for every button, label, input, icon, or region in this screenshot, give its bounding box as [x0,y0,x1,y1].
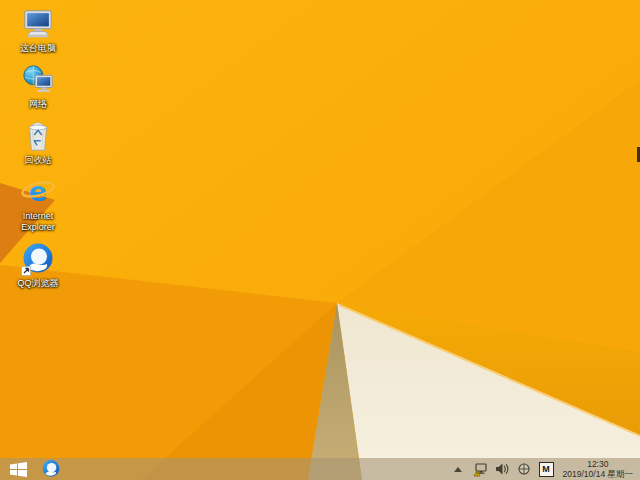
show-hidden-icons-button[interactable] [451,461,466,477]
desktop-icon-label: Internet Explorer [6,211,70,233]
desktop-icon-label: 网络 [29,99,47,110]
desktop-icon-qq-browser[interactable]: QQ浏览器 [2,239,74,293]
network-icon [20,62,56,98]
windows-logo-icon [10,462,27,477]
this-pc-icon [20,6,56,42]
ime-indicator[interactable]: M [539,462,554,477]
clock-date: 2019/10/14 星期一 [563,469,633,479]
desktop-icon-network[interactable]: 网络 [2,60,74,114]
volume-tray-icon[interactable] [495,461,510,477]
desktop-icon-this-pc[interactable]: 这台电脑 [2,4,74,58]
desktop-icon-label: 回收站 [25,155,52,166]
clock-time: 12:30 [563,459,633,469]
desktop-icon-recycle-bin[interactable]: 回收站 [2,116,74,170]
start-button[interactable] [0,458,36,480]
safely-remove-hardware-tray-icon[interactable] [517,461,532,477]
qq-browser-icon [20,241,56,277]
desktop-icon-column: 这台电脑 [2,4,74,295]
desktop-icon-internet-explorer[interactable]: e Internet Explorer [2,172,74,237]
desktop[interactable]: 这台电脑 [0,0,640,480]
taskbar-clock[interactable]: 12:30 2019/10/14 星期一 [561,459,635,479]
taskbar-pinned-qq-browser[interactable] [36,458,66,480]
crosshair-circle-icon [517,462,531,476]
network-warning-icon [473,462,488,477]
desktop-icon-label: 这台电脑 [20,43,56,54]
wallpaper [0,0,640,480]
network-status-tray-icon[interactable] [473,461,488,477]
internet-explorer-icon: e [20,174,56,210]
taskbar: M 12:30 2019/10/14 星期一 [0,458,640,480]
svg-text:e: e [29,176,47,207]
desktop-icon-label: QQ浏览器 [17,278,58,289]
recycle-bin-icon [20,118,56,154]
chevron-up-icon [454,467,462,472]
qq-browser-icon [41,459,61,479]
speaker-icon [495,462,509,476]
system-tray: M 12:30 2019/10/14 星期一 [451,458,635,480]
